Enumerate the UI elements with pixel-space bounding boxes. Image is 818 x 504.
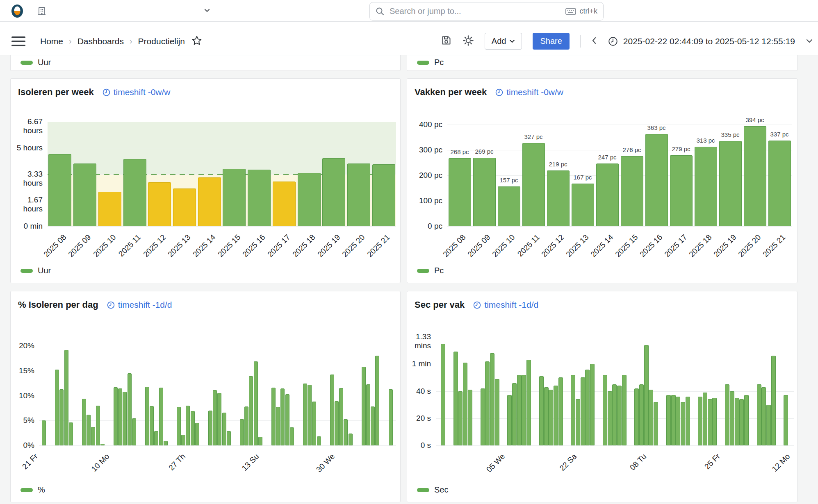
value-label: 363 pc bbox=[638, 124, 675, 131]
bar bbox=[154, 431, 158, 445]
chart-pct-isoleren-per-dag: 20%15%10%5%0%21 Fr10 Mo27 Th13 Su30 We bbox=[11, 291, 400, 502]
logo-icon bbox=[10, 4, 24, 18]
x-tick-label: 2025 08 bbox=[42, 233, 68, 259]
bar bbox=[223, 169, 246, 226]
bar bbox=[128, 373, 132, 445]
grid-line bbox=[39, 371, 396, 371]
x-tick-label: 2025 17 bbox=[663, 233, 689, 259]
bar bbox=[558, 377, 563, 445]
bar bbox=[522, 143, 545, 226]
bar bbox=[82, 399, 86, 445]
value-label: 157 pc bbox=[490, 177, 527, 184]
bar bbox=[100, 444, 105, 445]
x-tick-label: 2025 19 bbox=[316, 233, 342, 259]
bar bbox=[441, 344, 445, 445]
legend-label: Pc bbox=[434, 58, 444, 67]
x-tick-label: 2025 18 bbox=[291, 233, 317, 259]
bar bbox=[349, 434, 353, 445]
bar bbox=[771, 356, 776, 445]
bar bbox=[371, 406, 375, 445]
bar bbox=[164, 441, 168, 445]
bar bbox=[670, 155, 693, 226]
breadcrumb-separator: › bbox=[130, 36, 132, 46]
bar bbox=[495, 379, 499, 445]
value-label: 394 pc bbox=[736, 116, 773, 123]
x-tick-label: 2025 19 bbox=[712, 233, 738, 259]
bar bbox=[522, 375, 526, 445]
y-tick-label: 20% bbox=[11, 341, 34, 350]
breadcrumb-dashboards[interactable]: Dashboards bbox=[77, 36, 124, 46]
chart-vakken-per-week: 400 pc300 pc200 pc100 pc0 pc268 pc2025 0… bbox=[407, 79, 797, 283]
star-icon[interactable] bbox=[191, 35, 202, 48]
x-tick-label: 2025 11 bbox=[515, 233, 541, 259]
y-tick-label: 15% bbox=[11, 366, 34, 375]
bar bbox=[73, 163, 96, 226]
add-button[interactable]: Add bbox=[485, 33, 522, 50]
bar bbox=[517, 375, 522, 445]
dashboard: Uur Pc Isoleren per week timeshift -0w/w bbox=[0, 55, 818, 502]
bar bbox=[222, 413, 226, 445]
legend-item[interactable]: Pc bbox=[417, 58, 797, 67]
menu-icon[interactable] bbox=[11, 36, 25, 46]
app-logo[interactable] bbox=[10, 4, 24, 18]
breadcrumb-separator: › bbox=[69, 36, 72, 46]
legend-item[interactable]: Uur bbox=[21, 266, 51, 275]
x-tick-label: 2025 08 bbox=[441, 233, 467, 259]
x-tick-label: 30 We bbox=[314, 452, 337, 474]
bar bbox=[698, 397, 702, 445]
timeshift-label: timeshift -1d/d bbox=[473, 300, 538, 310]
bar bbox=[712, 398, 717, 445]
legend-item[interactable]: Uur bbox=[21, 58, 400, 67]
legend-label: % bbox=[38, 485, 45, 495]
y-tick-label: 200 pc bbox=[407, 171, 442, 180]
y-tick-label: 100 pc bbox=[407, 196, 442, 205]
bar bbox=[453, 352, 458, 445]
bar bbox=[544, 387, 549, 445]
bar bbox=[468, 390, 472, 445]
add-label: Add bbox=[492, 36, 506, 46]
bar bbox=[335, 401, 339, 445]
bar bbox=[507, 395, 512, 445]
chevron-down-icon[interactable] bbox=[203, 8, 212, 15]
chevron-down-icon[interactable] bbox=[806, 38, 813, 45]
breadcrumb-home[interactable]: Home bbox=[40, 36, 63, 46]
time-range-picker[interactable]: 2025-02-22 02:44:09 to 2025-05-12 12:55:… bbox=[608, 36, 795, 47]
bar bbox=[208, 411, 212, 445]
bar bbox=[181, 435, 185, 445]
legend-item[interactable]: Sec bbox=[417, 485, 448, 495]
bar bbox=[271, 388, 276, 445]
bar bbox=[290, 427, 294, 445]
chevron-left-icon[interactable] bbox=[591, 36, 597, 46]
legend-item[interactable]: % bbox=[21, 485, 45, 495]
building-icon[interactable] bbox=[37, 6, 47, 18]
bar bbox=[248, 170, 271, 226]
bar bbox=[344, 419, 348, 445]
panel-vakken-per-week: Vakken per week timeshift -0w/w 400 pc30… bbox=[407, 78, 797, 283]
breadcrumb-current[interactable]: Productielijn bbox=[138, 36, 185, 46]
bar bbox=[145, 387, 149, 445]
y-tick-label: 0% bbox=[11, 441, 34, 450]
bar bbox=[69, 422, 73, 445]
gear-icon[interactable] bbox=[463, 35, 474, 48]
x-tick-label: 2025 21 bbox=[761, 233, 787, 259]
time-range-label: 2025-02-22 02:44:09 to 2025-05-12 12:55:… bbox=[623, 36, 795, 46]
save-icon[interactable] bbox=[441, 35, 452, 48]
search-input[interactable] bbox=[389, 6, 561, 16]
share-button[interactable]: Share bbox=[533, 33, 569, 50]
bar bbox=[761, 387, 766, 445]
bar bbox=[576, 399, 580, 445]
bar bbox=[98, 192, 121, 226]
bar bbox=[725, 384, 729, 445]
x-tick-label: 2025 12 bbox=[540, 233, 566, 259]
bar bbox=[621, 156, 643, 226]
share-label: Share bbox=[540, 36, 562, 46]
x-tick-label: 2025 10 bbox=[490, 233, 517, 259]
bar bbox=[339, 388, 343, 445]
bar bbox=[330, 375, 334, 445]
bar bbox=[498, 186, 520, 226]
search-box[interactable]: ctrl+k bbox=[369, 2, 604, 20]
y-tick-label: 5% bbox=[11, 416, 34, 425]
bar bbox=[739, 399, 744, 445]
x-tick-label: 2025 15 bbox=[613, 233, 640, 259]
legend-item[interactable]: Pc bbox=[417, 266, 444, 275]
